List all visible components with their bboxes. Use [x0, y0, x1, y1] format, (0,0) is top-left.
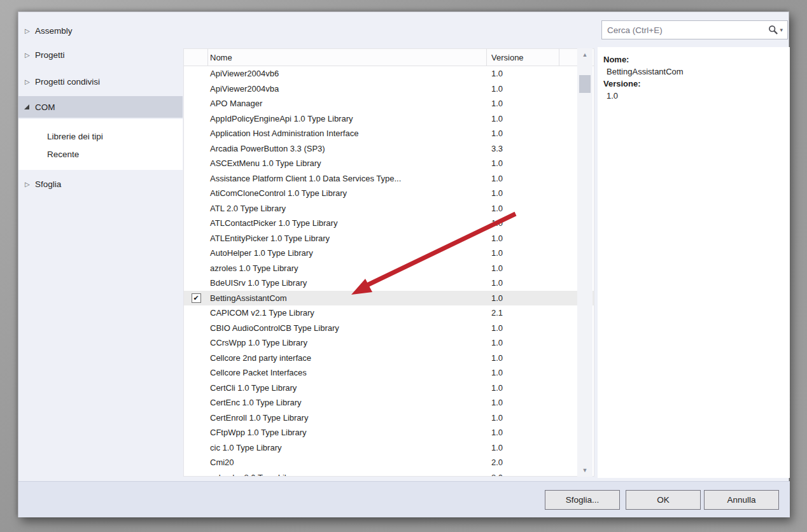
reference-manager-dialog: ▷ Assembly ▷ Progetti ▷ Progetti condivi…: [18, 11, 789, 517]
scroll-down-icon[interactable]: ▼: [577, 467, 593, 473]
scroll-up-icon[interactable]: ▲: [577, 52, 593, 58]
row-check-cell: ✔: [184, 293, 208, 303]
list-item[interactable]: AppIdPolicyEngineApi 1.0 Type Library1.0: [184, 111, 594, 127]
row-name: Application Host Administration Interfac…: [208, 129, 487, 138]
list-item[interactable]: Cellcore Packet Interfaces1.0: [184, 365, 594, 381]
list-item[interactable]: ✔BettingAssistantCom1.0: [184, 291, 594, 306]
row-version: 1.0: [487, 338, 559, 347]
list-item[interactable]: Assistance Platform Client 1.0 Data Serv…: [184, 171, 594, 186]
row-name: ApiViewer2004vb6: [208, 69, 487, 78]
row-version: 2.0: [487, 458, 559, 467]
row-name: coloader 8.0 Type Library: [208, 473, 487, 477]
list-item[interactable]: CertEnc 1.0 Type Library1.0: [184, 395, 594, 410]
row-version: 8.0: [487, 473, 559, 477]
search-input[interactable]: [602, 25, 768, 35]
sidebar-item-com[interactable]: COM: [18, 96, 183, 118]
sidebar-item-label: Sfoglia: [35, 179, 61, 189]
chevron-right-icon: ▷: [18, 181, 35, 188]
row-version: 1.0: [487, 218, 559, 228]
details-name-label: Nome:: [603, 53, 790, 66]
row-version: 1.0: [487, 188, 559, 198]
sidebar-item-recente[interactable]: Recente: [18, 146, 183, 162]
list-item[interactable]: azroles 1.0 Type Library1.0: [184, 261, 594, 276]
list-item[interactable]: cic 1.0 Type Library1.0: [184, 440, 594, 456]
sidebar-item-sfoglia[interactable]: ▷ Sfoglia: [18, 174, 183, 193]
scroll-thumb[interactable]: [579, 75, 591, 93]
list-item[interactable]: ApiViewer2004vba1.0: [184, 81, 594, 97]
list-item[interactable]: CFtpWpp 1.0 Type Library1.0: [184, 425, 594, 440]
row-version: 1.0: [487, 129, 559, 138]
list-item[interactable]: ASCExtMenu 1.0 Type Library1.0: [184, 156, 594, 171]
row-name: BdeUISrv 1.0 Type Library: [208, 278, 487, 288]
list-item[interactable]: CertCli 1.0 Type Library1.0: [184, 381, 594, 396]
row-name: CertEnroll 1.0 Type Library: [208, 413, 487, 423]
list-item[interactable]: Cmi202.0: [184, 455, 594, 470]
row-name: Cellcore 2nd party interface: [208, 353, 487, 363]
row-name: CCrsWpp 1.0 Type Library: [208, 338, 487, 347]
list-item[interactable]: CertEnroll 1.0 Type Library1.0: [184, 410, 594, 426]
row-version: 1.0: [487, 293, 559, 303]
row-name: ATL 2.0 Type Library: [208, 204, 487, 213]
row-name: AutoHelper 1.0 Type Library: [208, 248, 487, 258]
row-name: AppIdPolicyEngineApi 1.0 Type Library: [208, 114, 487, 123]
row-version: 1.0: [487, 383, 559, 393]
details-version-label: Versione:: [603, 78, 790, 90]
row-version: 1.0: [487, 263, 559, 273]
row-version: 1.0: [487, 368, 559, 377]
sidebar-item-label: Progetti: [35, 50, 65, 60]
com-subpanel: Librerie dei tipi Recente: [18, 119, 183, 170]
chevron-expanded-icon: [24, 104, 29, 109]
row-version: 1.0: [487, 204, 559, 213]
row-name: CFtpWpp 1.0 Type Library: [208, 428, 487, 437]
list-item[interactable]: ATLEntityPicker 1.0 Type Library1.0: [184, 231, 594, 246]
list-scrollbar[interactable]: ▲ ▼: [577, 48, 593, 477]
list-item[interactable]: coloader 8.0 Type Library8.0: [184, 470, 594, 477]
row-version: 1.0: [487, 428, 559, 437]
sidebar-item-progetti-condivisi[interactable]: ▷ Progetti condivisi: [18, 72, 183, 91]
row-name: azroles 1.0 Type Library: [208, 263, 487, 273]
details-version-value: 1.0: [603, 90, 790, 102]
list-item[interactable]: ATL 2.0 Type Library1.0: [184, 201, 594, 216]
list-item[interactable]: CBIO AudioControlCB Type Library1.0: [184, 321, 594, 336]
browse-button[interactable]: Sfoglia...: [545, 490, 620, 510]
list-rows: ApiViewer2004vb61.0ApiViewer2004vba1.0AP…: [184, 66, 594, 477]
list-item[interactable]: Application Host Administration Interfac…: [184, 126, 594, 141]
list-item[interactable]: AtiComCloneControl 1.0 Type Library1.0: [184, 186, 594, 201]
search-icon[interactable]: [768, 25, 778, 35]
row-version: 3.3: [487, 144, 559, 153]
header-versione[interactable]: Versione: [487, 49, 559, 66]
list-item[interactable]: APO Manager1.0: [184, 96, 594, 111]
list-item[interactable]: Cellcore 2nd party interface1.0: [184, 351, 594, 366]
sidebar-item-progetti[interactable]: ▷ Progetti: [18, 45, 183, 64]
ok-button[interactable]: OK: [626, 490, 701, 510]
row-name: Arcadia PowerButton 3.3 (SP3): [208, 144, 487, 153]
chevron-down-icon[interactable]: ▾: [780, 27, 783, 33]
com-library-list: Nome Versione ApiViewer2004vb61.0ApiView…: [183, 48, 594, 477]
row-name: ASCExtMenu 1.0 Type Library: [208, 158, 487, 168]
details-name-value: BettingAssistantCom: [603, 66, 790, 78]
checkbox-checked-icon[interactable]: ✔: [192, 293, 201, 303]
sidebar: ▷ Assembly ▷ Progetti ▷ Progetti condivi…: [18, 12, 183, 518]
header-nome[interactable]: Nome: [208, 49, 487, 66]
sidebar-item-librerie-dei-tipi[interactable]: Librerie dei tipi: [18, 128, 183, 144]
list-item[interactable]: ATLContactPicker 1.0 Type Library1.0: [184, 216, 594, 231]
row-version: 1.0: [487, 84, 559, 94]
list-item[interactable]: CCrsWpp 1.0 Type Library1.0: [184, 335, 594, 351]
row-version: 1.0: [487, 278, 559, 288]
list-item[interactable]: AutoHelper 1.0 Type Library1.0: [184, 246, 594, 261]
row-name: BettingAssistantCom: [208, 293, 487, 303]
sidebar-item-assembly[interactable]: ▷ Assembly: [18, 21, 183, 40]
row-name: CAPICOM v2.1 Type Library: [208, 308, 487, 318]
cancel-button[interactable]: Annulla: [704, 490, 779, 510]
list-item[interactable]: BdeUISrv 1.0 Type Library1.0: [184, 276, 594, 291]
list-item[interactable]: CAPICOM v2.1 Type Library2.1: [184, 305, 594, 321]
row-name: Cellcore Packet Interfaces: [208, 368, 487, 377]
footer-bar: Sfoglia... OK Annulla: [18, 481, 790, 517]
list-item[interactable]: Arcadia PowerButton 3.3 (SP3)3.3: [184, 141, 594, 157]
row-name: Assistance Platform Client 1.0 Data Serv…: [208, 174, 487, 183]
row-version: 2.1: [487, 308, 559, 318]
chevron-right-icon: ▷: [18, 27, 35, 34]
row-version: 1.0: [487, 353, 559, 363]
list-item[interactable]: ApiViewer2004vb61.0: [184, 66, 594, 81]
search-box: ▾: [601, 20, 788, 39]
